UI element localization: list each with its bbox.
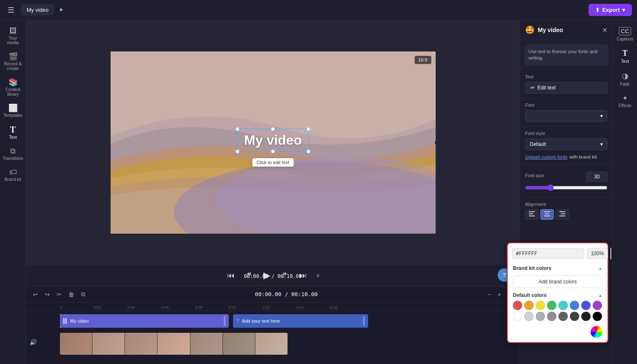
- captions-label: Captions: [617, 37, 633, 41]
- cut-button[interactable]: ✂: [55, 289, 63, 299]
- font-dropdown[interactable]: ▾: [525, 110, 607, 122]
- swatch-medium-gray-1[interactable]: [547, 312, 556, 321]
- add-brand-colors-button[interactable]: Add brand colors: [513, 275, 602, 288]
- text-section: Text ✏ Edit text: [520, 70, 613, 98]
- font-style-label: Font style: [525, 131, 607, 136]
- color-grid-row2: [513, 312, 602, 321]
- right-icons-sidebar: CC Captions T Text ◑ Fade ✦ Effects: [613, 20, 637, 364]
- font-size-slider[interactable]: [525, 184, 607, 191]
- swatch-indigo[interactable]: [581, 301, 591, 310]
- custom-fonts-link[interactable]: Upload custom fonts with brand kit: [525, 153, 607, 160]
- default-colors-chevron-icon[interactable]: ▲: [598, 293, 602, 298]
- swatch-light-gray-1[interactable]: [524, 312, 534, 321]
- track-content-main: My video T Add your text here: [60, 314, 520, 328]
- redo-button[interactable]: ↪: [43, 289, 52, 299]
- sidebar-item-transitions[interactable]: ⧉ Transitions: [1, 144, 25, 164]
- font-style-section: Font style Default ▾ Upload custom fonts…: [520, 127, 613, 165]
- click-to-edit-tooltip[interactable]: Click to edit text: [252, 158, 294, 167]
- handle-top-left[interactable]: [235, 127, 239, 131]
- swatch-white[interactable]: [513, 312, 522, 321]
- export-label: Export: [602, 7, 620, 13]
- edit-text-icon: ✏: [531, 85, 535, 91]
- sidebar-item-text[interactable]: T Text: [1, 122, 25, 143]
- thumb-6: [223, 333, 255, 355]
- sidebar-item-content-library[interactable]: 📚 Content library: [1, 75, 25, 100]
- project-title[interactable]: My video: [21, 5, 54, 15]
- swatch-orange[interactable]: [524, 301, 534, 310]
- track-label-thumbs: 🔊: [26, 338, 60, 346]
- transparent-color-button[interactable]: /: [610, 248, 611, 259]
- sidebar-label-record-create: Record & create: [3, 62, 23, 71]
- duplicate-button[interactable]: ⧉: [79, 289, 87, 299]
- video-clip-label: My video: [70, 318, 89, 324]
- upload-custom-fonts-link[interactable]: Upload custom fonts: [525, 154, 567, 159]
- track-row-thumbs: 🔊: [26, 330, 520, 354]
- swatch-green[interactable]: [547, 301, 556, 310]
- timeline-tracks: My video T Add your text here: [26, 311, 520, 354]
- font-chevron-icon: ▾: [600, 113, 603, 119]
- media-icon: 🖼: [9, 27, 17, 35]
- close-icon[interactable]: ✕: [602, 26, 607, 34]
- text-clip[interactable]: T Add your text here: [233, 314, 368, 328]
- magic-button[interactable]: ✦: [58, 6, 64, 14]
- sidebar-item-your-media[interactable]: 🖼 Your media: [1, 24, 25, 49]
- hamburger-menu-button[interactable]: ☰: [5, 3, 17, 17]
- color-opacity-input[interactable]: [587, 248, 608, 259]
- right-icon-effects[interactable]: ✦ Effects: [614, 91, 636, 111]
- canvas-text-element[interactable]: My video Click to edit text: [237, 129, 309, 152]
- sidebar-item-record-create[interactable]: 🎬 Record & create: [1, 49, 25, 74]
- video-canvas[interactable]: My video Click to edit text 16:9 ‹: [111, 51, 436, 234]
- align-right-button[interactable]: [556, 209, 569, 220]
- right-icon-captions[interactable]: CC Captions: [614, 24, 636, 45]
- font-style-dropdown[interactable]: Default ▾: [525, 138, 607, 150]
- swatch-red[interactable]: [513, 301, 522, 310]
- handle-top-middle[interactable]: [271, 127, 275, 131]
- swatch-light-gray-2[interactable]: [536, 312, 545, 321]
- export-button[interactable]: ⬆ Export ▾: [588, 4, 632, 16]
- undo-button[interactable]: ↩: [31, 289, 40, 299]
- swatch-dark-gray-1[interactable]: [570, 312, 579, 321]
- swatch-dark-gray-2[interactable]: [581, 312, 591, 321]
- color-picker-panel: / Brand kit colors ▲ Add brand colors De…: [507, 243, 608, 343]
- edit-text-button[interactable]: ✏ Edit text: [525, 82, 607, 94]
- color-hex-input[interactable]: [512, 248, 584, 259]
- swatch-cyan[interactable]: [558, 301, 568, 310]
- ruler-inner: 0 0:02 0:04 0:06 0:08 0:10 0:12 0:14 0:1…: [60, 305, 486, 310]
- color-picker-wheel-button[interactable]: [591, 326, 602, 338]
- canvas-title-text: My video: [244, 132, 302, 148]
- right-icon-fade[interactable]: ◑ Fade: [614, 68, 636, 90]
- swatch-purple[interactable]: [593, 301, 602, 310]
- thumb-4: [157, 333, 190, 355]
- align-center-button[interactable]: [540, 209, 554, 220]
- right-icon-text[interactable]: T Text: [614, 46, 636, 67]
- zoom-out-button[interactable]: −: [486, 289, 493, 299]
- swatch-black[interactable]: [593, 312, 602, 321]
- brand-kit-chevron-icon[interactable]: ▲: [598, 266, 602, 271]
- font-style-value: Default: [530, 141, 546, 147]
- expand-handle[interactable]: ∨: [315, 272, 321, 279]
- clip-right-handle[interactable]: [224, 316, 225, 326]
- sidebar-item-brand-kit[interactable]: 🏷 Brand kit: [1, 165, 25, 185]
- swatch-medium-gray-2[interactable]: [558, 312, 568, 321]
- handle-bottom-middle[interactable]: [271, 149, 275, 154]
- default-colors-label-text: Default colors: [513, 292, 547, 298]
- zoom-in-button[interactable]: +: [496, 289, 503, 299]
- align-left-button[interactable]: [525, 209, 539, 220]
- sidebar-label-brand-kit: Brand kit: [5, 177, 21, 182]
- text-selection-box: My video Click to edit text: [237, 129, 309, 152]
- ai-tip-text: Use text to finesse your fonts and writi…: [529, 49, 597, 60]
- panel-header: 🤩 My video ✕: [520, 20, 613, 40]
- handle-bottom-left[interactable]: [235, 149, 239, 154]
- handle-bottom-right[interactable]: [306, 149, 311, 154]
- pause-bar-left: [63, 318, 65, 324]
- aspect-ratio-badge: 16:9: [415, 56, 431, 64]
- delete-button[interactable]: 🗑: [67, 289, 76, 299]
- text-clip-right-handle[interactable]: [363, 316, 365, 326]
- handle-top-right[interactable]: [306, 127, 311, 131]
- video-clip[interactable]: My video: [60, 314, 229, 328]
- swatch-blue[interactable]: [570, 301, 579, 310]
- skip-back-button[interactable]: ⏮: [225, 270, 236, 282]
- font-size-input[interactable]: [586, 172, 607, 182]
- sidebar-item-templates[interactable]: ⬜ Templates: [1, 101, 25, 121]
- swatch-yellow[interactable]: [536, 301, 545, 310]
